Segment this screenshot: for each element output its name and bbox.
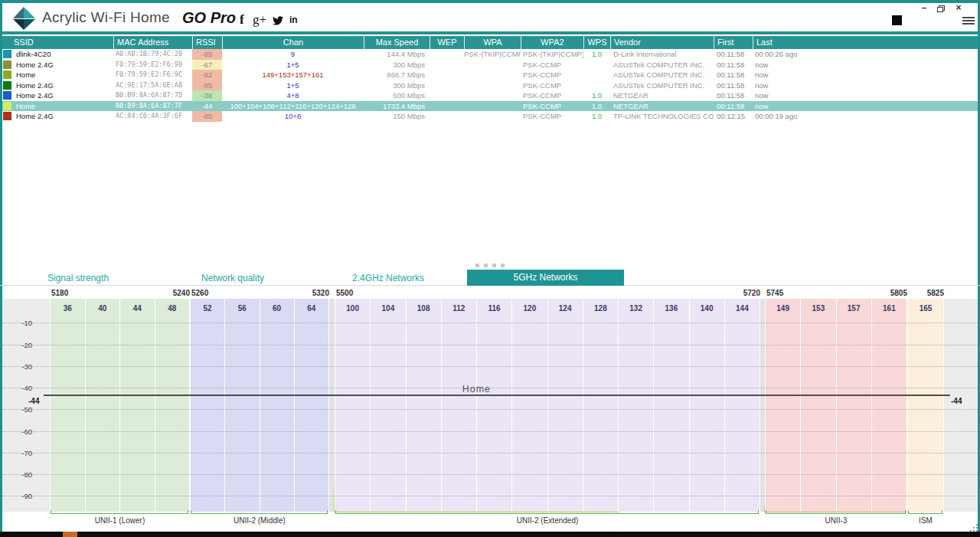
y-axis-tick-label: -70 [12, 449, 32, 457]
freq-label: 5260 [191, 289, 208, 297]
rssi-threshold-line [44, 395, 950, 396]
channel-label: 44 [120, 304, 155, 313]
gridline [2, 323, 978, 323]
band-bracket [908, 510, 942, 514]
resize-grip[interactable] [970, 524, 972, 526]
channel-label: 60 [260, 304, 294, 313]
channel-cell-60: 60 [260, 299, 295, 512]
band-bracket-label: UNII-3 [765, 516, 907, 525]
channel-cell-64: 64 [295, 299, 329, 512]
y-axis-tick-label: -20 [12, 341, 32, 349]
channel-label: 144 [725, 304, 760, 313]
band-bracket [335, 510, 759, 514]
channel-cell-124: 124 [548, 299, 583, 512]
band-unii-2-extended: 100104108112116120124128132136140144 [335, 299, 760, 512]
threshold-label-left: -44 [28, 397, 39, 405]
y-axis-tick-label: -50 [12, 405, 32, 414]
band-bracket-label: UNII-2 (Middle) [190, 516, 329, 525]
y-axis-tick-label: -40 [12, 384, 32, 392]
band-bracket-label: UNII-2 (Extended) [335, 516, 760, 525]
taskbar-strip [0, 532, 980, 537]
channel-label: 149 [766, 304, 800, 313]
channel-label: 140 [690, 304, 724, 313]
spectrum-chart-5ghz: 3640444851805240UNII-1 (Lower)5256606452… [0, 0, 980, 537]
channel-label: 56 [225, 304, 259, 313]
y-axis-tick-label: -60 [12, 427, 32, 436]
y-axis-tick-label: -80 [12, 470, 32, 479]
band-bracket [766, 510, 906, 514]
gridline [2, 496, 978, 496]
freq-label: 5805 [875, 289, 907, 297]
y-axis-tick-label: -10 [12, 319, 32, 327]
channel-cell-116: 116 [477, 299, 512, 512]
channel-cell-153: 153 [801, 299, 836, 512]
channel-label: 112 [442, 304, 476, 313]
channel-cell-40: 40 [86, 299, 121, 512]
gridline [2, 431, 978, 432]
channel-cell-112: 112 [442, 299, 477, 512]
channel-cell-100: 100 [335, 299, 371, 512]
freq-label: 5745 [766, 289, 783, 297]
channel-label: 136 [654, 304, 688, 313]
gridline [2, 409, 978, 410]
channel-cell-104: 104 [371, 299, 406, 512]
channel-label: 157 [837, 304, 871, 313]
channel-cell-136: 136 [654, 299, 689, 512]
channel-cell-132: 132 [619, 299, 654, 512]
channel-label: 36 [51, 304, 85, 313]
channel-label: 40 [86, 304, 120, 313]
channel-cell-44: 44 [120, 299, 155, 512]
channel-label: 120 [512, 304, 547, 313]
channel-label: 128 [583, 304, 618, 313]
y-axis-tick-label: -30 [12, 362, 32, 371]
channel-label: 64 [295, 304, 328, 313]
taskbar-accent [63, 532, 77, 537]
channel-cell-36: 36 [51, 299, 86, 512]
channel-label: 153 [801, 304, 835, 313]
band-unii-3: 149153157161 [765, 299, 907, 512]
gridline [2, 345, 978, 345]
gridline [2, 474, 978, 475]
channel-label: 48 [155, 304, 190, 313]
channel-cell-140: 140 [690, 299, 725, 512]
gridline [2, 453, 978, 454]
band-bracket [51, 510, 188, 514]
band-bracket-label: UNII-1 (Lower) [50, 516, 190, 525]
channel-label: 104 [371, 304, 405, 313]
freq-label: 5240 [158, 289, 190, 297]
channel-label: 116 [477, 304, 511, 313]
freq-label: 5720 [728, 289, 760, 297]
threshold-label-right: -44 [951, 397, 962, 405]
channel-cell-149: 149 [766, 299, 801, 512]
channel-cell-128: 128 [583, 299, 619, 512]
channel-cell-165: 165 [908, 299, 944, 512]
band-ism: 165 [907, 299, 944, 512]
channel-cell-52: 52 [191, 299, 225, 512]
series-label: Home [446, 384, 507, 395]
band-unii-2-middle: 52566064 [190, 299, 329, 512]
band-bracket-label: ISM [907, 516, 944, 525]
channel-label: 132 [619, 304, 653, 313]
y-axis-tick-label: -90 [12, 492, 32, 500]
channel-cell-157: 157 [837, 299, 872, 512]
band-unii-1-lower: 36404448 [50, 299, 190, 512]
band-bracket [191, 510, 328, 514]
channel-cell-48: 48 [155, 299, 191, 512]
channel-label: 52 [191, 304, 224, 313]
channel-cell-161: 161 [872, 299, 907, 512]
channel-cell-120: 120 [512, 299, 547, 512]
channel-label: 161 [872, 304, 906, 313]
freq-label: 5500 [336, 289, 353, 297]
channel-cell-108: 108 [407, 299, 442, 512]
channel-cell-144: 144 [725, 299, 760, 512]
channel-label: 124 [548, 304, 583, 313]
channel-label: 165 [908, 304, 943, 313]
freq-label: 5825 [912, 289, 944, 297]
channel-label: 100 [335, 304, 370, 313]
freq-label: 5180 [51, 289, 68, 297]
channel-label: 108 [407, 304, 441, 313]
freq-label: 5320 [297, 289, 329, 297]
gridline [2, 366, 978, 367]
channel-cell-56: 56 [225, 299, 260, 512]
